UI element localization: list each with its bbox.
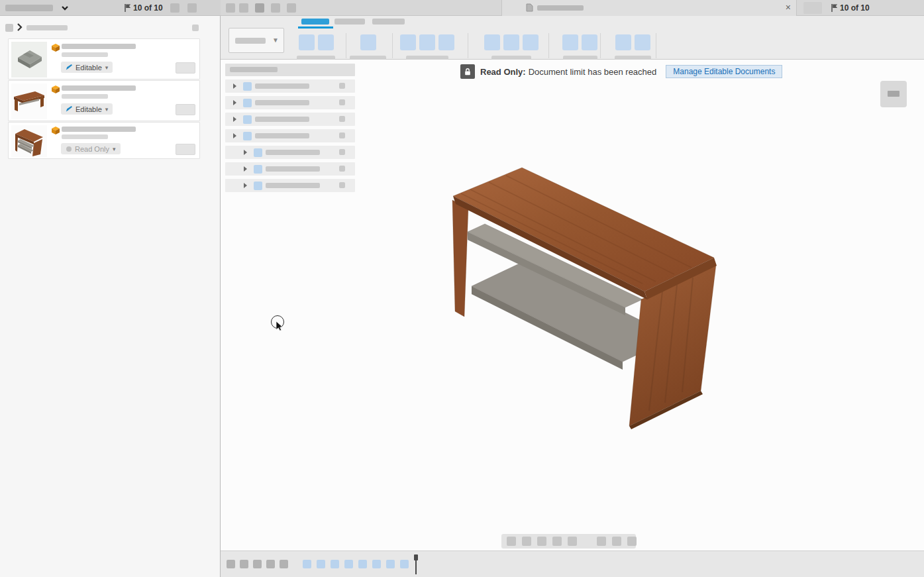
tool-button[interactable] (582, 34, 597, 50)
tool-button[interactable] (503, 34, 519, 50)
viewport-canvas[interactable]: Read Only:Document limit has been reache… (221, 60, 924, 551)
document-tab[interactable]: × (501, 0, 797, 16)
tree-row[interactable] (225, 129, 355, 142)
status-label: Editable (76, 105, 102, 113)
tool-button[interactable] (318, 34, 334, 50)
pan-icon[interactable] (522, 537, 531, 546)
chevron-down-icon[interactable] (61, 4, 69, 12)
browser-tree-header[interactable] (225, 64, 355, 76)
open-document-button[interactable] (176, 144, 195, 155)
open-document-button[interactable] (176, 62, 195, 74)
document-card[interactable]: Read Only ▾ (8, 122, 200, 159)
lock-icon (460, 64, 475, 79)
manage-documents-button[interactable]: Manage Editable Documents (666, 65, 782, 78)
timeline-begin-icon[interactable] (227, 560, 235, 568)
expand-arrow-icon[interactable] (233, 117, 236, 122)
visibility-icon[interactable] (339, 116, 345, 122)
redo-icon[interactable] (287, 3, 296, 13)
timeline-feature-icon[interactable] (372, 560, 381, 568)
viewports-icon[interactable] (612, 537, 621, 546)
timeline-feature-icon[interactable] (386, 560, 395, 568)
document-card[interactable]: Editable ▾ (8, 38, 200, 79)
visibility-icon[interactable] (339, 99, 345, 105)
ribbon-tab-active[interactable] (301, 19, 329, 25)
tree-row[interactable] (225, 79, 355, 93)
timeline-feature-icon[interactable] (317, 560, 325, 568)
tree-row-child[interactable] (225, 162, 355, 176)
panel-icon[interactable] (5, 24, 13, 32)
expand-arrow-icon[interactable] (233, 100, 236, 105)
timeline-marker[interactable] (413, 554, 419, 574)
timeline-step-back-icon[interactable] (240, 560, 248, 568)
view-cube-face[interactable] (888, 91, 899, 97)
active-tab-underline (298, 26, 333, 28)
timeline-feature-icon[interactable] (358, 560, 367, 568)
expand-arrow-icon[interactable] (244, 183, 247, 188)
view-cube[interactable] (880, 81, 907, 107)
visibility-icon[interactable] (339, 149, 345, 155)
visibility-icon[interactable] (339, 132, 345, 138)
status-badge[interactable]: Editable ▾ (61, 62, 113, 73)
open-document-button[interactable] (176, 104, 195, 115)
tool-button[interactable] (484, 34, 500, 50)
section-title-placeholder (26, 25, 68, 30)
camera-icon[interactable] (627, 537, 637, 546)
expand-arrow-icon[interactable] (233, 133, 236, 138)
timeline-feature-icon[interactable] (303, 560, 311, 568)
model-3d[interactable] (431, 159, 729, 437)
timeline-step-forward-icon[interactable] (266, 560, 275, 568)
zoom-icon[interactable] (537, 537, 546, 546)
tool-button[interactable] (438, 34, 454, 50)
close-tab-button[interactable]: × (786, 2, 791, 13)
expand-arrow-icon[interactable] (244, 166, 247, 172)
project-selector[interactable] (5, 5, 53, 11)
data-panel-topbar: 10 of 10 (0, 0, 221, 16)
display-settings-icon[interactable] (568, 537, 577, 546)
timeline-play-icon[interactable] (253, 560, 262, 568)
caret-down-icon: ▾ (105, 106, 109, 113)
expand-arrow-icon[interactable] (244, 150, 247, 155)
tool-button[interactable] (615, 34, 631, 50)
visibility-icon[interactable] (339, 166, 345, 172)
grid-view-icon[interactable] (170, 3, 180, 13)
tree-row-child[interactable] (225, 146, 355, 159)
tool-button[interactable] (562, 34, 578, 50)
timeline-end-icon[interactable] (280, 560, 288, 568)
collapse-panel-icon[interactable] (192, 25, 199, 31)
workspace-selector[interactable]: ▼ (229, 28, 284, 53)
fit-icon[interactable] (552, 537, 562, 546)
tool-button[interactable] (400, 34, 416, 50)
cad-app-window: 10 of 10 Ed (0, 0, 924, 577)
caret-down-icon: ▾ (113, 146, 116, 152)
save-icon[interactable] (255, 3, 264, 13)
status-badge[interactable]: Read Only ▾ (61, 143, 121, 154)
open-icon[interactable] (239, 3, 248, 13)
new-tab-button[interactable] (803, 2, 822, 14)
tree-row[interactable] (225, 96, 355, 109)
tool-button[interactable] (635, 34, 650, 50)
timeline-feature-icon[interactable] (331, 560, 339, 568)
tool-button[interactable] (523, 34, 539, 50)
status-badge[interactable]: Editable ▾ (61, 103, 113, 115)
timeline-feature-icon[interactable] (400, 560, 409, 568)
chevron-right-icon[interactable] (16, 23, 23, 32)
timeline-feature-icon[interactable] (344, 560, 353, 568)
ribbon-tab[interactable] (372, 19, 405, 25)
document-card[interactable]: Editable ▾ (8, 80, 200, 121)
undo-icon[interactable] (271, 3, 280, 13)
ribbon-tab[interactable] (334, 19, 365, 25)
expand-arrow-icon[interactable] (233, 83, 236, 89)
grid-settings-icon[interactable] (597, 537, 606, 546)
tool-button[interactable] (360, 34, 376, 50)
timeline-marker-handle[interactable] (414, 554, 418, 560)
tool-button[interactable] (419, 34, 435, 50)
orbit-icon[interactable] (507, 537, 516, 546)
visibility-icon[interactable] (339, 182, 345, 188)
visibility-icon[interactable] (339, 83, 345, 89)
list-view-icon[interactable] (187, 3, 197, 13)
tree-row[interactable] (225, 113, 355, 126)
tree-row-child[interactable] (225, 179, 355, 192)
tool-button[interactable] (299, 34, 315, 50)
toolbar-divider (548, 33, 549, 58)
new-doc-icon[interactable] (226, 3, 235, 13)
